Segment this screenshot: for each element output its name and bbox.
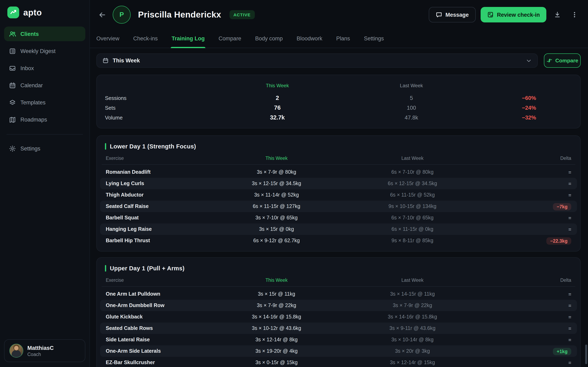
user-card[interactable]: MatthiasC Coach xyxy=(4,339,85,362)
this-week-value: 3s × 14-16r @ 15.8kg xyxy=(215,314,338,320)
last-week-value: 6s × 11-15r @ 52kg xyxy=(338,192,486,198)
this-week-value: 6s × 11-15r @ 127kg xyxy=(215,203,338,209)
delta-cell: = xyxy=(486,168,577,176)
table-row[interactable]: One Arm Lat Pulldown 3s × 15r @ 11kg 3s … xyxy=(100,288,577,300)
this-week-value: 3s × 7-10r @ 65kg xyxy=(215,215,338,221)
sidebar-item-roadmaps[interactable]: Roadmaps xyxy=(4,112,85,127)
calendar-icon xyxy=(9,82,16,89)
table-row[interactable]: Barbell Squat 3s × 7-10r @ 65kg 6s × 7-1… xyxy=(100,212,577,224)
delta-equal-sign: = xyxy=(568,215,571,221)
sidebar: apto Clients Weekly Digest Inbox Calenda… xyxy=(0,0,90,367)
last-week-value: 6s × 7-10r @ 65kg xyxy=(338,215,486,221)
tab-body-comp[interactable]: Body comp xyxy=(255,29,283,48)
compare-button[interactable]: Compare xyxy=(544,53,581,68)
sidebar-item-inbox[interactable]: Inbox xyxy=(4,61,85,75)
tab-training-log[interactable]: Training Log xyxy=(172,29,205,48)
table-row[interactable]: Lying Leg Curls 3s × 12-15r @ 34.5kg 6s … xyxy=(100,178,577,189)
delta-equal-sign: = xyxy=(568,360,571,366)
table-row[interactable]: Glute Kickback 3s × 14-16r @ 15.8kg 3s ×… xyxy=(100,311,577,323)
back-button[interactable] xyxy=(96,9,108,20)
delta-equal-sign: = xyxy=(568,227,571,233)
tab-plans[interactable]: Plans xyxy=(336,29,350,48)
exercise-rows: Romanian Deadlift 3s × 7-9r @ 80kg 6s × … xyxy=(100,166,577,246)
templates-icon xyxy=(9,99,16,106)
table-row[interactable]: Thigh Abductor 3s × 11-14r @ 52kg 6s × 1… xyxy=(100,189,577,201)
col-last-week: Last Week xyxy=(338,278,486,283)
last-week-value: 3s × 12-14r @ 15kg xyxy=(338,360,486,365)
delta-cell: −7kg xyxy=(486,202,577,210)
table-row[interactable]: Hanging Leg Raise 3s × 15r @ 0kg 6s × 11… xyxy=(100,224,577,235)
sidebar-item-label: Calendar xyxy=(20,82,43,88)
sidebar-divider xyxy=(7,134,83,134)
table-row[interactable]: One-Arm Dumbbell Row 3s × 7-9r @ 22kg 3s… xyxy=(100,300,577,311)
col-this-week: This Week xyxy=(215,156,338,161)
this-week-value: 3s × 15r @ 0kg xyxy=(215,226,338,232)
table-header-divider xyxy=(102,164,575,165)
last-week-value: 6s × 12-15r @ 34.5kg xyxy=(338,181,486,186)
delta-up-badge: +1kg xyxy=(553,348,571,355)
user-role: Coach xyxy=(27,352,54,357)
download-button[interactable] xyxy=(551,8,563,21)
sidebar-item-clients[interactable]: Clients xyxy=(4,26,85,41)
exercise-name: Thigh Abductor xyxy=(100,192,215,198)
delta-equal-sign: = xyxy=(568,181,571,187)
tab-compare[interactable]: Compare xyxy=(219,29,241,48)
exercise-name: Hanging Leg Raise xyxy=(100,226,215,232)
delta-cell: = xyxy=(486,214,577,221)
table-row[interactable]: Side Lateral Raise 3s × 12-14r @ 8kg 3s … xyxy=(100,334,577,345)
exercise-rows: One Arm Lat Pulldown 3s × 15r @ 11kg 3s … xyxy=(100,288,577,367)
exercise-name: One Arm Lat Pulldown xyxy=(100,291,215,297)
section-title-row: Lower Day 1 (Strength Focus) xyxy=(100,143,577,155)
delta-down-badge: −7kg xyxy=(553,203,571,210)
tab-settings[interactable]: Settings xyxy=(364,29,384,48)
roadmaps-icon xyxy=(9,116,16,123)
table-row[interactable]: EZ-Bar Skullcrusher 3s × 0-15r @ 15kg 3s… xyxy=(100,357,577,367)
user-avatar xyxy=(9,344,23,358)
sidebar-item-weekly-digest[interactable]: Weekly Digest xyxy=(4,44,85,58)
table-row[interactable]: Romanian Deadlift 3s × 7-9r @ 80kg 6s × … xyxy=(100,166,577,178)
last-week-value: 3s × 9-11r @ 43.6kg xyxy=(338,325,486,331)
clipboard-check-icon xyxy=(487,11,494,18)
delta-equal-sign: = xyxy=(568,326,571,332)
this-week-value: 3s × 0-15r @ 15kg xyxy=(215,360,338,365)
tab-overview[interactable]: Overview xyxy=(96,29,120,48)
tab-check-ins[interactable]: Check-ins xyxy=(133,29,158,48)
table-row[interactable]: One-Arm Side Laterals 3s × 19-20r @ 4kg … xyxy=(100,345,577,357)
this-week-value: 3s × 10-12r @ 43.6kg xyxy=(215,325,338,331)
exercise-name: Lying Leg Curls xyxy=(100,181,215,186)
content-area: This Week Compare This Week Last Week Se xyxy=(90,48,588,367)
summary-col-this-week: This Week xyxy=(216,83,338,89)
summary-last-value: 100 xyxy=(338,105,484,111)
section-title: Lower Day 1 (Strength Focus) xyxy=(110,143,196,150)
last-week-value: 9s × 10-15r @ 134kg xyxy=(338,203,486,209)
delta-equal-sign: = xyxy=(568,314,571,320)
sidebar-item-label: Clients xyxy=(20,31,39,37)
review-checkin-button[interactable]: Review check-in xyxy=(481,7,546,22)
sidebar-item-calendar[interactable]: Calendar xyxy=(4,78,85,92)
review-checkin-label: Review check-in xyxy=(497,12,540,18)
last-week-value: 6s × 11-15r @ 0kg xyxy=(338,226,486,232)
message-button[interactable]: Message xyxy=(429,7,476,22)
trending-up-logo-icon xyxy=(7,7,19,18)
delta-cell: = xyxy=(486,290,577,298)
kebab-menu-button[interactable] xyxy=(568,8,581,21)
table-row[interactable]: Seated Cable Rows 3s × 10-12r @ 43.6kg 3… xyxy=(100,323,577,334)
user-info: MatthiasC Coach xyxy=(27,345,54,357)
sidebar-item-templates[interactable]: Templates xyxy=(4,95,85,110)
scrollbar-thumb[interactable] xyxy=(585,345,587,364)
exercise-name: One-Arm Side Laterals xyxy=(100,348,215,354)
table-row[interactable]: Seated Calf Raise 6s × 11-15r @ 127kg 9s… xyxy=(100,201,577,212)
sidebar-item-settings[interactable]: Settings xyxy=(4,141,85,156)
exercise-name: Side Lateral Raise xyxy=(100,337,215,342)
delta-equal-sign: = xyxy=(568,170,571,175)
sidebar-item-label: Roadmaps xyxy=(20,117,47,123)
summary-this-value: 76 xyxy=(216,104,338,111)
tab-bloodwork[interactable]: Bloodwork xyxy=(297,29,322,48)
week-selector-dropdown[interactable]: This Week xyxy=(96,53,538,68)
table-row[interactable]: Barbell Hip Thrust 6s × 9-12r @ 62.7kg 9… xyxy=(100,235,577,246)
exercise-name: Seated Calf Raise xyxy=(100,203,215,209)
app-logo: apto xyxy=(4,6,85,26)
last-week-value: 3s × 10-14r @ 8kg xyxy=(338,337,486,342)
summary-label: Sets xyxy=(103,105,216,111)
sidebar-item-label: Inbox xyxy=(20,65,34,71)
